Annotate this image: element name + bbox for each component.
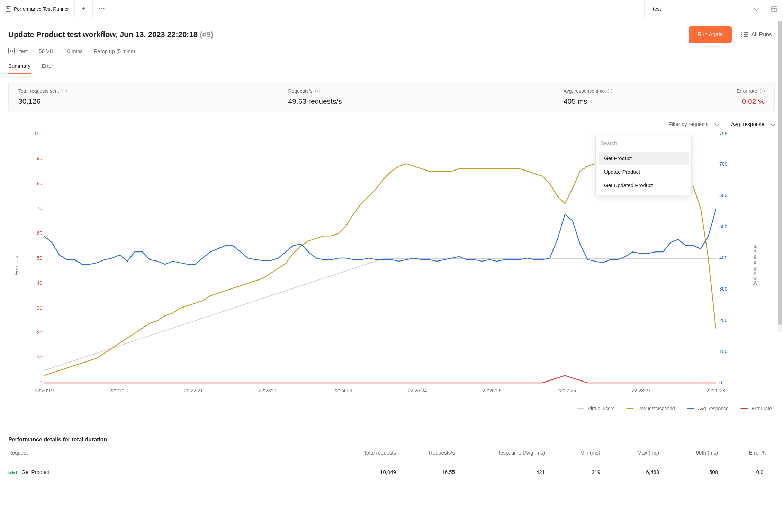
list-icon [741, 32, 748, 37]
td-request: GETGet Product [8, 469, 320, 475]
td-err: 0.01 [718, 469, 766, 475]
legend-item-err: Error rate [740, 406, 772, 411]
chevron-down-icon [771, 121, 775, 126]
chevron-down-icon [754, 6, 759, 10]
all-runs-label: All Runs [751, 31, 772, 38]
svg-point-3 [775, 9, 776, 10]
td-rt-avg: 421 [455, 469, 545, 475]
run-number: (#9) [200, 30, 213, 39]
tab-performance-runner[interactable]: Performance Test Runner [0, 0, 75, 18]
th-total: Total requests [320, 450, 396, 456]
td-rps: 16.55 [396, 469, 455, 475]
perf-details-title: Performance details for total duration [8, 437, 775, 443]
run-again-button[interactable]: Run Again [688, 26, 732, 43]
tab-label: Performance Test Runner [14, 6, 69, 12]
table-row[interactable]: GETGet Product 10,049 16.55 421 319 6,46… [8, 461, 775, 483]
th-request: Request [8, 450, 320, 456]
legend-item-vu: Virtual users [577, 406, 615, 411]
title-row: Update Product test workflow, Jun 13, 20… [8, 26, 775, 43]
td-max: 6,463 [600, 469, 659, 475]
chart-controls: Filter by requests Avg. response Get Pro… [8, 121, 775, 127]
request-name: Get Product [21, 469, 49, 475]
filter-search-input[interactable] [596, 136, 691, 150]
perf-table: Request Total requests Requests/s Resp. … [8, 450, 775, 483]
tab-summary[interactable]: Summary [8, 63, 30, 74]
metric-rps-value: 49.63 requests/s [288, 97, 342, 106]
environment-icon [8, 48, 15, 54]
environment-quicklook-button[interactable] [765, 0, 783, 18]
section-divider [8, 426, 775, 426]
all-runs-button[interactable]: All Runs [739, 26, 775, 43]
metric-error-rate: Error ratei 0.02 % [737, 88, 765, 106]
legend-item-avg: Avg. response [687, 406, 729, 411]
run-meta: test · 50 VU · 10 mins · Ramp up (5 mins… [8, 48, 775, 54]
new-tab-button[interactable]: + [75, 0, 93, 18]
subtabs: Summary Error [8, 63, 775, 74]
th-min: Min (ms) [545, 450, 600, 456]
top-bar: Performance Test Runner + ••• test [0, 0, 783, 18]
perf-table-header: Request Total requests Requests/s Resp. … [8, 450, 775, 461]
tab-error[interactable]: Error [42, 63, 53, 74]
metric-total-requests: Total requests senti 30,126 [18, 88, 67, 106]
td-total: 10,049 [320, 469, 396, 475]
metric-avg-rt-value: 405 ms [564, 97, 613, 106]
td-p90: 500 [659, 469, 718, 475]
info-icon[interactable]: i [608, 89, 612, 93]
metric-error-rate-value: 0.02 % [737, 97, 765, 106]
runner-icon [6, 6, 11, 12]
meta-vu: 50 VU [39, 48, 53, 54]
y-axis-left-label: Error rate [14, 256, 19, 275]
th-err: Error % [718, 450, 766, 456]
vertical-scrollbar[interactable] [778, 21, 782, 332]
meta-duration: 10 mins [64, 48, 83, 54]
info-icon[interactable]: i [62, 89, 67, 93]
y-axis-right-label: Response time (ms) [753, 245, 758, 285]
chevron-down-icon [714, 121, 719, 126]
filter-option[interactable]: Update Product [598, 165, 688, 178]
info-icon[interactable]: i [315, 89, 320, 93]
environment-selector[interactable]: test [644, 0, 765, 18]
th-rt-avg: Resp. time (Avg. ms) [455, 450, 545, 456]
legend-item-rps: Requests/second [626, 406, 675, 411]
http-method-badge: GET [8, 470, 18, 475]
metric-select-dropdown[interactable]: Avg. response [731, 121, 775, 127]
meta-ramp: Ramp up (5 mins) [94, 48, 135, 54]
filter-option[interactable]: Get Product [598, 152, 688, 165]
filter-option[interactable]: Get Updated Product [598, 179, 688, 192]
chart-legend: Virtual users Requests/second Avg. respo… [8, 406, 775, 411]
th-rps: Requests/s [396, 450, 455, 456]
environment-name: test [653, 6, 661, 12]
filter-by-requests-dropdown[interactable]: Filter by requests [668, 121, 719, 127]
filter-dropdown-panel: Get Product Update Product Get Updated P… [595, 135, 692, 195]
metric-total-requests-value: 30,126 [18, 97, 67, 106]
filter-option-list: Get Product Update Product Get Updated P… [596, 150, 691, 195]
metric-avg-rt: Avg. response timei 405 ms [564, 88, 613, 106]
th-p90: 90th (ms) [659, 450, 718, 456]
tab-overflow-button[interactable]: ••• [93, 0, 111, 18]
metrics-bar: Total requests senti 30,126 Requests/si … [8, 82, 775, 112]
scrollbar-thumb[interactable] [778, 21, 782, 325]
metric-rps: Requests/si 49.63 requests/s [288, 88, 342, 106]
th-max: Max (ms) [600, 450, 659, 456]
page-title: Update Product test workflow, Jun 13, 20… [8, 30, 198, 39]
eye-table-icon [771, 6, 778, 12]
page-content: Update Product test workflow, Jun 13, 20… [0, 18, 783, 483]
meta-env: test [19, 48, 28, 54]
td-min: 319 [545, 469, 600, 475]
info-icon[interactable]: i [760, 89, 765, 93]
